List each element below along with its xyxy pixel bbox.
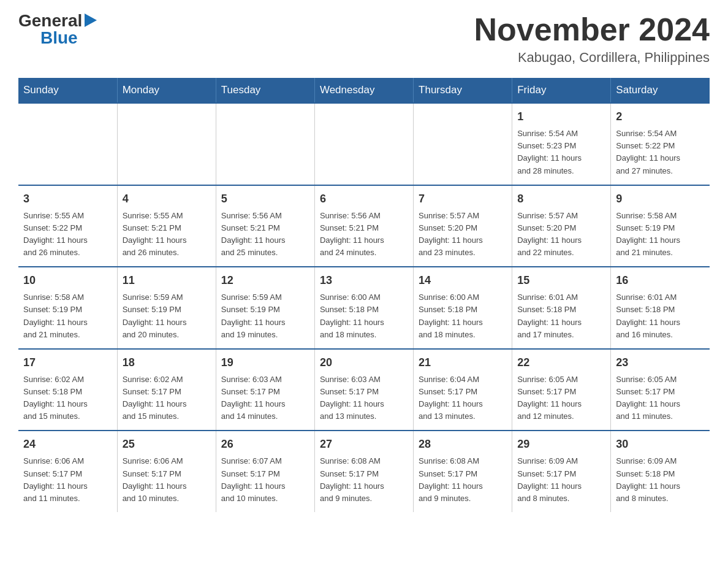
day-number: 1: [517, 109, 605, 125]
day-info: Sunrise: 5:56 AM Sunset: 5:21 PM Dayligh…: [221, 210, 309, 259]
calendar-cell: 13Sunrise: 6:00 AM Sunset: 5:18 PM Dayli…: [314, 267, 413, 349]
calendar-cell: 11Sunrise: 5:59 AM Sunset: 5:19 PM Dayli…: [117, 267, 216, 349]
calendar-week-2: 3Sunrise: 5:55 AM Sunset: 5:22 PM Daylig…: [18, 185, 710, 267]
calendar-cell: 17Sunrise: 6:02 AM Sunset: 5:18 PM Dayli…: [18, 349, 117, 431]
calendar-cell: 21Sunrise: 6:04 AM Sunset: 5:17 PM Dayli…: [414, 349, 512, 431]
calendar-header-wednesday: Wednesday: [314, 78, 413, 103]
page-header: General Blue November 2024 Kabugao, Cord…: [18, 12, 710, 66]
logo-triangle-icon: [85, 13, 97, 29]
day-number: 15: [517, 272, 605, 289]
day-info: Sunrise: 6:09 AM Sunset: 5:17 PM Dayligh…: [517, 455, 605, 505]
day-info: Sunrise: 6:02 AM Sunset: 5:17 PM Dayligh…: [123, 373, 211, 423]
day-number: 28: [419, 436, 507, 453]
calendar-cell: 4Sunrise: 5:55 AM Sunset: 5:21 PM Daylig…: [117, 185, 216, 267]
day-number: 20: [320, 354, 408, 371]
calendar-header-tuesday: Tuesday: [216, 78, 314, 103]
calendar-cell: 23Sunrise: 6:05 AM Sunset: 5:17 PM Dayli…: [611, 349, 710, 431]
calendar-cell: 27Sunrise: 6:08 AM Sunset: 5:17 PM Dayli…: [314, 431, 413, 512]
calendar-cell: 8Sunrise: 5:57 AM Sunset: 5:20 PM Daylig…: [512, 185, 611, 267]
day-info: Sunrise: 6:03 AM Sunset: 5:17 PM Dayligh…: [221, 373, 309, 423]
calendar-week-1: 1Sunrise: 5:54 AM Sunset: 5:23 PM Daylig…: [18, 103, 710, 185]
calendar-header-row: SundayMondayTuesdayWednesdayThursdayFrid…: [18, 78, 710, 103]
day-number: 21: [419, 354, 507, 371]
svg-marker-0: [85, 13, 97, 27]
day-info: Sunrise: 6:06 AM Sunset: 5:17 PM Dayligh…: [123, 455, 211, 505]
calendar-cell: [414, 103, 512, 185]
day-info: Sunrise: 6:02 AM Sunset: 5:18 PM Dayligh…: [23, 373, 112, 423]
calendar-cell: 7Sunrise: 5:57 AM Sunset: 5:20 PM Daylig…: [414, 185, 512, 267]
day-info: Sunrise: 6:07 AM Sunset: 5:17 PM Dayligh…: [221, 455, 309, 505]
day-number: 29: [517, 436, 605, 453]
day-info: Sunrise: 6:05 AM Sunset: 5:17 PM Dayligh…: [517, 373, 605, 423]
day-info: Sunrise: 5:54 AM Sunset: 5:22 PM Dayligh…: [616, 128, 705, 177]
calendar-table: SundayMondayTuesdayWednesdayThursdayFrid…: [18, 78, 710, 512]
day-number: 19: [221, 354, 309, 371]
logo-general: General: [18, 12, 82, 29]
calendar-cell: 1Sunrise: 5:54 AM Sunset: 5:23 PM Daylig…: [512, 103, 611, 185]
calendar-header-monday: Monday: [117, 78, 216, 103]
calendar-cell: 2Sunrise: 5:54 AM Sunset: 5:22 PM Daylig…: [611, 103, 710, 185]
calendar-cell: [18, 103, 117, 185]
day-info: Sunrise: 5:57 AM Sunset: 5:20 PM Dayligh…: [419, 210, 507, 259]
day-number: 3: [23, 191, 112, 207]
calendar-cell: 14Sunrise: 6:00 AM Sunset: 5:18 PM Dayli…: [414, 267, 512, 349]
day-number: 27: [320, 436, 408, 453]
day-number: 7: [419, 191, 507, 207]
calendar-cell: [314, 103, 413, 185]
day-info: Sunrise: 5:59 AM Sunset: 5:19 PM Dayligh…: [123, 291, 211, 341]
day-info: Sunrise: 5:58 AM Sunset: 5:19 PM Dayligh…: [616, 210, 705, 259]
day-number: 2: [616, 109, 705, 125]
title-section: November 2024 Kabugao, Cordillera, Phili…: [474, 12, 710, 66]
day-number: 18: [123, 354, 211, 371]
calendar-cell: 5Sunrise: 5:56 AM Sunset: 5:21 PM Daylig…: [216, 185, 314, 267]
calendar-cell: 20Sunrise: 6:03 AM Sunset: 5:17 PM Dayli…: [314, 349, 413, 431]
logo-blue: Blue: [40, 29, 78, 47]
day-info: Sunrise: 6:05 AM Sunset: 5:17 PM Dayligh…: [616, 373, 705, 423]
day-info: Sunrise: 6:01 AM Sunset: 5:18 PM Dayligh…: [517, 291, 605, 341]
calendar-cell: 22Sunrise: 6:05 AM Sunset: 5:17 PM Dayli…: [512, 349, 611, 431]
day-number: 12: [221, 272, 309, 289]
day-info: Sunrise: 6:00 AM Sunset: 5:18 PM Dayligh…: [320, 291, 408, 341]
day-number: 24: [23, 436, 112, 453]
day-info: Sunrise: 5:55 AM Sunset: 5:22 PM Dayligh…: [23, 210, 112, 259]
calendar-cell: [117, 103, 216, 185]
day-number: 13: [320, 272, 408, 289]
logo: General Blue: [18, 12, 97, 47]
calendar-header-friday: Friday: [512, 78, 611, 103]
day-number: 8: [517, 191, 605, 207]
calendar-cell: 24Sunrise: 6:06 AM Sunset: 5:17 PM Dayli…: [18, 431, 117, 512]
day-number: 23: [616, 354, 705, 371]
calendar-cell: 9Sunrise: 5:58 AM Sunset: 5:19 PM Daylig…: [611, 185, 710, 267]
calendar-header-sunday: Sunday: [18, 78, 117, 103]
calendar-cell: 16Sunrise: 6:01 AM Sunset: 5:18 PM Dayli…: [611, 267, 710, 349]
day-number: 30: [616, 436, 705, 453]
day-info: Sunrise: 5:58 AM Sunset: 5:19 PM Dayligh…: [23, 291, 112, 341]
day-number: 5: [221, 191, 309, 207]
day-number: 4: [123, 191, 211, 207]
calendar-cell: 3Sunrise: 5:55 AM Sunset: 5:22 PM Daylig…: [18, 185, 117, 267]
calendar-cell: 18Sunrise: 6:02 AM Sunset: 5:17 PM Dayli…: [117, 349, 216, 431]
day-info: Sunrise: 6:03 AM Sunset: 5:17 PM Dayligh…: [320, 373, 408, 423]
day-number: 6: [320, 191, 408, 207]
calendar-cell: 30Sunrise: 6:09 AM Sunset: 5:18 PM Dayli…: [611, 431, 710, 512]
page-subtitle: Kabugao, Cordillera, Philippines: [474, 50, 710, 66]
day-info: Sunrise: 6:06 AM Sunset: 5:17 PM Dayligh…: [23, 455, 112, 505]
page-title: November 2024: [474, 12, 710, 47]
day-number: 11: [123, 272, 211, 289]
calendar-cell: 25Sunrise: 6:06 AM Sunset: 5:17 PM Dayli…: [117, 431, 216, 512]
calendar-cell: 19Sunrise: 6:03 AM Sunset: 5:17 PM Dayli…: [216, 349, 314, 431]
day-info: Sunrise: 5:56 AM Sunset: 5:21 PM Dayligh…: [320, 210, 408, 259]
calendar-week-4: 17Sunrise: 6:02 AM Sunset: 5:18 PM Dayli…: [18, 349, 710, 431]
calendar-cell: 29Sunrise: 6:09 AM Sunset: 5:17 PM Dayli…: [512, 431, 611, 512]
calendar-cell: [216, 103, 314, 185]
day-number: 26: [221, 436, 309, 453]
calendar-cell: 26Sunrise: 6:07 AM Sunset: 5:17 PM Dayli…: [216, 431, 314, 512]
day-info: Sunrise: 5:54 AM Sunset: 5:23 PM Dayligh…: [517, 128, 605, 177]
day-info: Sunrise: 5:55 AM Sunset: 5:21 PM Dayligh…: [123, 210, 211, 259]
calendar-cell: 6Sunrise: 5:56 AM Sunset: 5:21 PM Daylig…: [314, 185, 413, 267]
calendar-header-saturday: Saturday: [611, 78, 710, 103]
calendar-week-5: 24Sunrise: 6:06 AM Sunset: 5:17 PM Dayli…: [18, 431, 710, 512]
day-info: Sunrise: 6:08 AM Sunset: 5:17 PM Dayligh…: [419, 455, 507, 505]
calendar-cell: 28Sunrise: 6:08 AM Sunset: 5:17 PM Dayli…: [414, 431, 512, 512]
day-number: 22: [517, 354, 605, 371]
